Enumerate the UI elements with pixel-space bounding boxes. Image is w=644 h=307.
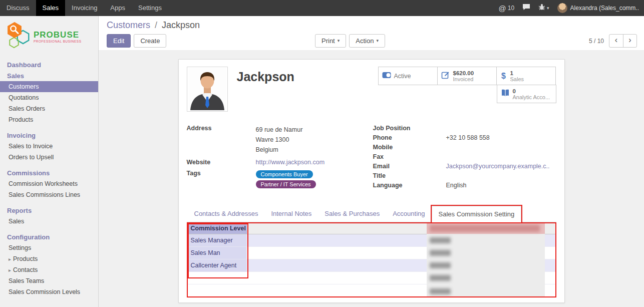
active-toggle-button[interactable]: Active — [378, 67, 438, 85]
tags-label: Tags — [187, 170, 256, 190]
tab-sales-commission-setting[interactable]: Sales Commission Setting — [432, 206, 522, 222]
edit-button[interactable]: Edit — [107, 34, 131, 48]
customer-photo[interactable] — [187, 67, 228, 112]
control-panel: Customers / Jackpson Edit Create Print▾ … — [99, 16, 644, 50]
menu-discuss[interactable]: Discuss — [0, 0, 36, 16]
annotation-box-table: Commission Level Sales Manager Sales Man — [187, 222, 556, 297]
sidebar-item-config-contacts[interactable]: ▸Contacts — [0, 264, 98, 275]
tag-components-buyer[interactable]: Components Buyer — [256, 170, 313, 178]
form-fields: Address 69 rue de Namur Wavre 1300 Belgi… — [187, 125, 556, 194]
sales-stat-button[interactable]: $ 1 Sales — [496, 67, 556, 85]
probuse-logo-icon — [5, 21, 31, 52]
email-link[interactable]: Jackpson@yourcompany.example.c.. — [446, 163, 550, 171]
sidebar-item-sales-commissions-lines[interactable]: Sales Commissions Lines — [0, 189, 98, 200]
sidebar-item-customers[interactable]: Customers — [0, 81, 98, 92]
top-menu: Discuss Sales Invoicing Apps Settings — [0, 0, 168, 16]
sidebar-heading-reports[interactable]: Reports — [0, 205, 98, 216]
sidebar-section-reports: Reports Sales — [0, 205, 98, 227]
sidebar-heading-invoicing[interactable]: Invoicing — [0, 130, 98, 141]
job-position-label: Job Position — [373, 125, 446, 133]
sidebar-section-sales: Sales Customers Quotations Sales Orders … — [0, 70, 98, 125]
menu-settings[interactable]: Settings — [132, 0, 168, 16]
bug-icon — [538, 4, 545, 13]
breadcrumb-separator: / — [155, 20, 157, 30]
invoiced-stat-button[interactable]: $620.00 Invoiced — [437, 67, 497, 85]
caret-down-icon: ▾ — [376, 35, 379, 47]
sidebar-section-dashboard: Dashboard — [0, 59, 98, 70]
topbar-right: @ 10 ▾ Alexandra (Sales_comm.. — [498, 3, 644, 13]
analytic-accounts-stat-button[interactable]: 0 Analytic Acco... — [497, 85, 556, 103]
sidebar-heading-configuration[interactable]: Configuration — [0, 231, 98, 242]
sidebar-heading-dashboard[interactable]: Dashboard — [0, 59, 98, 70]
pencil-square-icon — [441, 71, 450, 82]
debug-menu-button[interactable]: ▾ — [538, 4, 549, 13]
sidebar-section-commissions: Commissions Commission Worksheets Sales … — [0, 167, 98, 200]
language-label: Language — [373, 182, 446, 190]
breadcrumb: Customers / Jackpson — [107, 20, 200, 31]
sidebar-item-sales-orders[interactable]: Sales Orders — [0, 103, 98, 114]
tags-value: Components Buyer Partner / IT Services — [256, 170, 316, 190]
tab-contacts-addresses[interactable]: Contacts & Addresses — [188, 206, 265, 222]
form-sheet: Jackpson Active — [178, 59, 565, 303]
create-button[interactable]: Create — [134, 34, 166, 48]
address-value: 69 rue de Namur Wavre 1300 Belgium — [256, 125, 303, 155]
commission-level-header[interactable]: Commission Level — [188, 223, 247, 234]
user-name: Alexandra (Sales_comm.. — [570, 5, 639, 12]
book-icon — [501, 89, 510, 99]
tab-sales-purchases[interactable]: Sales & Purchases — [318, 206, 386, 222]
phone-label: Phone — [373, 134, 446, 142]
caret-down-icon: ▾ — [547, 6, 549, 11]
sidebar-item-sales-teams[interactable]: Sales Teams — [0, 275, 98, 286]
pager-next-button[interactable]: › — [623, 35, 636, 47]
language-value: English — [446, 182, 467, 190]
mentions-button[interactable]: @ 10 — [498, 4, 514, 13]
topbar: Discuss Sales Invoicing Apps Settings @ … — [0, 0, 644, 16]
pager-previous-button[interactable]: ‹ — [609, 35, 623, 47]
stat-buttons: Active $620.00 Invoiced — [378, 67, 556, 103]
action-dropdown-button[interactable]: Action▾ — [349, 34, 385, 48]
sidebar-item-quotations[interactable]: Quotations — [0, 92, 98, 103]
website-label: Website — [187, 159, 256, 166]
address-label: Address — [187, 125, 256, 155]
breadcrumb-customers-link[interactable]: Customers — [107, 20, 150, 30]
phone-value: +32 10 588 558 — [446, 134, 490, 142]
customer-name: Jackpson — [237, 70, 294, 84]
tag-partner-it-services[interactable]: Partner / IT Services — [256, 180, 316, 188]
sidebar-item-sales-commission-levels[interactable]: Sales Commission Levels — [0, 286, 98, 297]
breadcrumb-current: Jackpson — [162, 20, 200, 30]
messages-button[interactable] — [522, 4, 530, 13]
pager: 5 / 10 ‹ › — [589, 34, 637, 48]
app-screen: Discuss Sales Invoicing Apps Settings @ … — [0, 0, 644, 307]
sidebar-item-products[interactable]: Products — [0, 114, 98, 125]
website-link[interactable]: http://www.jackpson.com — [256, 159, 325, 166]
sidebar-item-sales-to-invoice[interactable]: Sales to Invoice — [0, 141, 98, 152]
email-label: Email — [373, 163, 446, 171]
sidebar-item-reports-sales[interactable]: Sales — [0, 216, 98, 227]
fax-label: Fax — [373, 153, 446, 161]
logo-title: PROBUSE — [34, 31, 82, 40]
menu-apps[interactable]: Apps — [104, 0, 132, 16]
chevron-right-icon: ▸ — [9, 267, 11, 273]
sidebar-item-orders-to-upsell[interactable]: Orders to Upsell — [0, 152, 98, 163]
sidebar-item-config-products[interactable]: ▸Products — [0, 253, 98, 264]
tab-accounting[interactable]: Accounting — [386, 206, 431, 222]
title-label: Title — [373, 172, 446, 180]
menu-invoicing[interactable]: Invoicing — [65, 0, 104, 16]
sidebar-section-invoicing: Invoicing Sales to Invoice Orders to Ups… — [0, 130, 98, 163]
form-buttons: Edit Create — [107, 34, 166, 48]
chevron-right-icon: ▸ — [9, 256, 11, 262]
sidebar-heading-sales[interactable]: Sales — [0, 70, 98, 81]
mention-count: 10 — [508, 5, 514, 12]
tab-internal-notes[interactable]: Internal Notes — [264, 206, 318, 222]
user-menu-button[interactable]: Alexandra (Sales_comm.. — [557, 3, 639, 13]
redacted-column-header — [427, 223, 545, 234]
menu-sales[interactable]: Sales — [36, 0, 66, 16]
sidebar-item-settings[interactable]: Settings — [0, 242, 98, 253]
caret-down-icon: ▾ — [338, 35, 340, 47]
sidebar-heading-commissions[interactable]: Commissions — [0, 167, 98, 178]
toggle-on-icon — [382, 72, 391, 81]
form-header: Jackpson Active — [187, 67, 556, 113]
sidebar-item-commission-worksheets[interactable]: Commission Worksheets — [0, 178, 98, 189]
print-dropdown-button[interactable]: Print▾ — [315, 34, 346, 48]
redacted-value — [430, 250, 451, 256]
